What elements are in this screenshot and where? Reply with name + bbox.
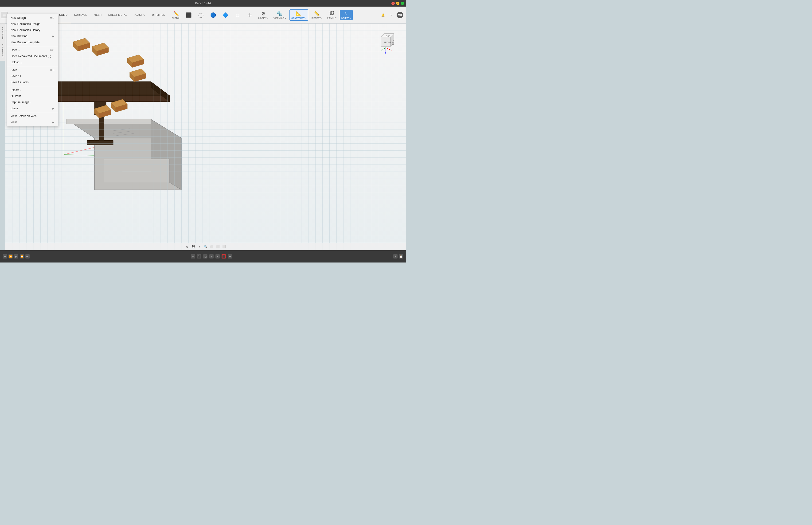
help-button[interactable]: ? [388,12,395,18]
bottom-toolbar: ⊕ 💾 ⌖ 🔍 ⬜ ⬜ ⬜ [5,243,406,250]
menu-item-save-as-latest[interactable]: Save As Latest [7,79,58,85]
extrude-icon: ⬛ [186,12,192,18]
menu-item-open-recovered[interactable]: Open Recovered Documents (0) [7,53,58,59]
toolbar-right: 🔔 ? MH [377,12,406,18]
status-right-1[interactable]: ⚙ [393,254,398,258]
environment-icon[interactable]: ⬜ [221,244,226,249]
menu-item-new-drawing-template[interactable]: New Drawing Template [7,39,58,45]
tab-plastic[interactable]: PLASTIC [131,6,149,23]
menu-item-share[interactable]: Share▶ [7,105,58,111]
menu-item-arrow: ▶ [52,35,54,38]
display-mode-icon[interactable]: ⬜ [209,244,214,249]
construct-button[interactable]: 📐 CONSTRUCT [289,10,308,21]
menu-item-label: 3D Print [11,94,21,98]
construct-icon: 📐 [296,11,302,16]
move-button[interactable]: ✛ [245,11,255,19]
menu-item-save-as[interactable]: Save As [7,73,58,79]
menu-item-new-design[interactable]: New Design⌘N [7,15,58,21]
svg-rect-2 [3,16,6,16]
zoom-in-icon[interactable]: 🔍 [203,244,208,249]
minimize-button[interactable]: – [396,2,399,5]
menu-item-shortcut: ⌘S [50,69,54,72]
status-tool-3[interactable]: ◱ [203,254,208,258]
menu-separator [7,86,58,86]
extrude-button[interactable]: ⬛ [184,11,194,19]
status-tool-4[interactable]: ⊞ [209,254,214,258]
sphere-button[interactable]: 🔵 [208,11,218,19]
status-tool-2[interactable]: ⬛ [197,254,201,258]
status-bar-right: ⚙ 📋 [393,254,403,258]
assemble-icon: 🔩 [277,11,282,16]
snap-icon[interactable]: ⊕ [185,244,189,249]
sweep-button[interactable]: ◻ [232,11,243,19]
menu-item-label: Open... [11,48,20,52]
menu-item-label: Save As Latest [11,80,29,84]
status-tool-6[interactable]: ⬛ [221,254,226,258]
tab-utilities[interactable]: UTILITIES [149,6,168,23]
sidebar-item-comments[interactable]: COMMENTS [1,42,4,59]
play-prev-button[interactable]: ⏪ [9,254,13,258]
save-state-icon[interactable]: 💾 [191,244,196,249]
menu-item-new-electronics-design[interactable]: New Electronics Design [7,21,58,27]
menu-item-capture-image[interactable]: Capture Image... [7,99,58,105]
menu-item-label: View Details on Web [11,115,36,118]
select-icon: ↖ [344,11,348,16]
tab-surface[interactable]: SURFACE [71,6,90,23]
menu-item-new-drawing[interactable]: New Drawing▶ [7,33,58,39]
menu-item-arrow: ▶ [52,121,54,124]
sphere-icon: 🔵 [210,12,216,18]
status-right-2[interactable]: 📋 [399,254,403,258]
status-bar-center: ⊕ ⬛ ◱ ⊞ ✦ ⬛ ✚ [191,254,232,258]
sketch-button[interactable]: ✏️ SKETCH [170,10,182,20]
menu-item-view[interactable]: View▶ [7,119,58,125]
insert-button[interactable]: 🖼 INSERT [326,10,338,20]
menu-item-save[interactable]: Save⌘S [7,67,58,73]
notification-button[interactable]: 🔔 [380,12,386,18]
sidebar-panel: BROWSER COMMENTS [0,24,5,61]
user-avatar[interactable]: MH [397,12,403,18]
loft-button[interactable]: 🔷 [220,11,230,19]
menu-item-3d-print[interactable]: 3D Print [7,93,58,99]
menu-item-label: Save As [11,75,21,78]
play-next-button[interactable]: ⏩ [20,254,24,258]
status-tool-7[interactable]: ✚ [228,254,232,258]
toolbar-tabs: SOLID SURFACE MESH SHEET METAL PLASTIC U… [54,6,168,23]
assemble-button[interactable]: 🔩 ASSEMBLE [272,10,288,20]
modify-icon: ⚙ [261,11,265,16]
menu-separator [7,46,58,46]
tab-sheet-metal[interactable]: SHEET METAL [105,6,131,23]
ground-plane-icon[interactable]: ⬜ [215,244,220,249]
play-button[interactable]: ▶ [14,254,18,258]
loft-icon: 🔷 [223,12,228,18]
zoom-fit-icon[interactable]: ⌖ [197,244,202,249]
menu-item-upload[interactable]: Upload... [7,59,58,65]
status-bar-left: ⏮ ⏪ ▶ ⏩ ⏭ [3,254,30,258]
close-button[interactable]: ✕ [392,2,395,5]
menu-item-view-details[interactable]: View Details on Web [7,113,58,119]
play-back-button[interactable]: ⏮ [3,254,7,258]
move-icon: ✛ [248,12,252,18]
insert-icon: 🖼 [330,11,334,16]
menu-item-label: Share [11,107,18,110]
play-end-button[interactable]: ⏭ [25,254,30,258]
menu-item-arrow: ▶ [52,107,54,110]
menu-item-export[interactable]: Export... [7,87,58,93]
status-bar: ⏮ ⏪ ▶ ⏩ ⏭ ⊕ ⬛ ◱ ⊞ ✦ ⬛ ✚ ⚙ 📋 [0,250,406,262]
sidebar-item-browser[interactable]: BROWSER [1,25,4,41]
modify-button[interactable]: ⚙ MODIFY [257,10,270,20]
revolve-button[interactable]: ◯ [196,11,206,19]
menu-item-label: Save [11,69,17,72]
status-tool-1[interactable]: ⊕ [191,254,195,258]
menu-item-open[interactable]: Open...⌘O [7,47,58,53]
menu-item-new-electronics-library[interactable]: New Electronics Library [7,27,58,33]
status-tool-5[interactable]: ✦ [215,254,220,258]
window-title: Bench 1 v14 [195,2,211,5]
tab-mesh[interactable]: MESH [90,6,105,23]
inspect-button[interactable]: 📏 INSPECT [310,10,324,20]
inspect-icon: 📏 [314,11,320,16]
select-button[interactable]: ↖ SELECT [340,10,352,20]
maximize-button[interactable]: + [401,2,404,5]
toolbar-actions: ✏️ SKETCH ⬛ ◯ 🔵 🔷 ◻ ✛ ⚙ MODIFY 🔩 [168,6,377,23]
toolbar: SOLID SURFACE MESH SHEET METAL PLASTIC U… [0,6,406,24]
menu-item-label: Export... [11,88,21,92]
